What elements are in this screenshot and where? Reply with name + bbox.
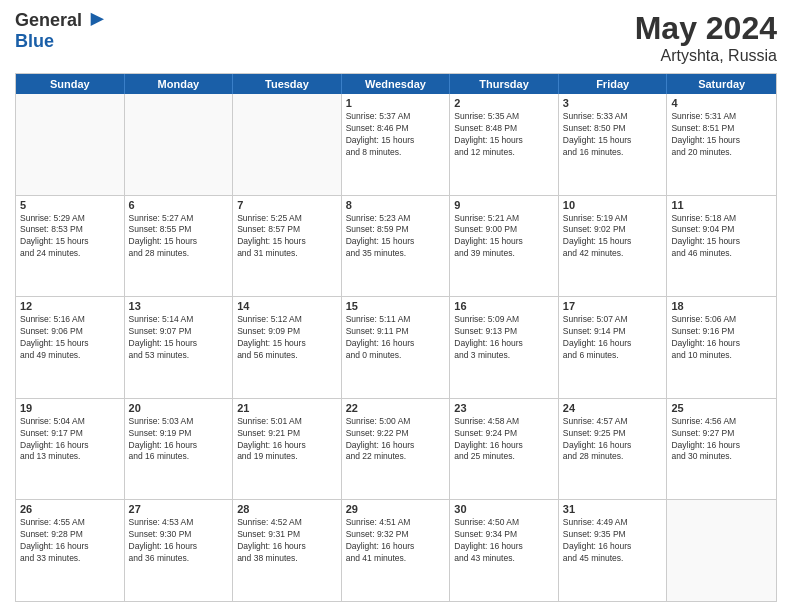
- day-cell-23: 23Sunrise: 4:58 AM Sunset: 9:24 PM Dayli…: [450, 399, 559, 500]
- header-day-wednesday: Wednesday: [342, 74, 451, 94]
- logo-general-text: General: [15, 10, 82, 31]
- calendar-week-5: 26Sunrise: 4:55 AM Sunset: 9:28 PM Dayli…: [16, 499, 776, 601]
- day-info: Sunrise: 4:53 AM Sunset: 9:30 PM Dayligh…: [129, 517, 229, 565]
- calendar-week-4: 19Sunrise: 5:04 AM Sunset: 9:17 PM Dayli…: [16, 398, 776, 500]
- day-number: 22: [346, 402, 446, 414]
- day-info: Sunrise: 5:16 AM Sunset: 9:06 PM Dayligh…: [20, 314, 120, 362]
- day-info: Sunrise: 5:06 AM Sunset: 9:16 PM Dayligh…: [671, 314, 772, 362]
- day-number: 9: [454, 199, 554, 211]
- logo-icon: [84, 11, 104, 31]
- day-cell-22: 22Sunrise: 5:00 AM Sunset: 9:22 PM Dayli…: [342, 399, 451, 500]
- calendar-week-2: 5Sunrise: 5:29 AM Sunset: 8:53 PM Daylig…: [16, 195, 776, 297]
- day-info: Sunrise: 5:00 AM Sunset: 9:22 PM Dayligh…: [346, 416, 446, 464]
- day-cell-2: 2Sunrise: 5:35 AM Sunset: 8:48 PM Daylig…: [450, 94, 559, 195]
- day-cell-7: 7Sunrise: 5:25 AM Sunset: 8:57 PM Daylig…: [233, 196, 342, 297]
- header-day-sunday: Sunday: [16, 74, 125, 94]
- day-number: 16: [454, 300, 554, 312]
- day-info: Sunrise: 5:11 AM Sunset: 9:11 PM Dayligh…: [346, 314, 446, 362]
- day-number: 8: [346, 199, 446, 211]
- calendar-week-3: 12Sunrise: 5:16 AM Sunset: 9:06 PM Dayli…: [16, 296, 776, 398]
- title-block: May 2024 Artyshta, Russia: [635, 10, 777, 65]
- day-number: 2: [454, 97, 554, 109]
- day-number: 5: [20, 199, 120, 211]
- day-number: 6: [129, 199, 229, 211]
- day-cell-9: 9Sunrise: 5:21 AM Sunset: 9:00 PM Daylig…: [450, 196, 559, 297]
- day-number: 12: [20, 300, 120, 312]
- day-cell-30: 30Sunrise: 4:50 AM Sunset: 9:34 PM Dayli…: [450, 500, 559, 601]
- day-number: 31: [563, 503, 663, 515]
- day-info: Sunrise: 4:51 AM Sunset: 9:32 PM Dayligh…: [346, 517, 446, 565]
- day-info: Sunrise: 4:55 AM Sunset: 9:28 PM Dayligh…: [20, 517, 120, 565]
- day-info: Sunrise: 5:18 AM Sunset: 9:04 PM Dayligh…: [671, 213, 772, 261]
- day-cell-empty: [125, 94, 234, 195]
- day-cell-17: 17Sunrise: 5:07 AM Sunset: 9:14 PM Dayli…: [559, 297, 668, 398]
- day-number: 4: [671, 97, 772, 109]
- day-cell-empty: [16, 94, 125, 195]
- day-number: 19: [20, 402, 120, 414]
- day-cell-empty: [667, 500, 776, 601]
- day-info: Sunrise: 5:35 AM Sunset: 8:48 PM Dayligh…: [454, 111, 554, 159]
- day-cell-10: 10Sunrise: 5:19 AM Sunset: 9:02 PM Dayli…: [559, 196, 668, 297]
- day-number: 21: [237, 402, 337, 414]
- day-cell-26: 26Sunrise: 4:55 AM Sunset: 9:28 PM Dayli…: [16, 500, 125, 601]
- calendar-body: 1Sunrise: 5:37 AM Sunset: 8:46 PM Daylig…: [16, 94, 776, 601]
- day-cell-empty: [233, 94, 342, 195]
- page: General Blue May 2024 Artyshta, Russia S…: [0, 0, 792, 612]
- day-cell-31: 31Sunrise: 4:49 AM Sunset: 9:35 PM Dayli…: [559, 500, 668, 601]
- day-cell-27: 27Sunrise: 4:53 AM Sunset: 9:30 PM Dayli…: [125, 500, 234, 601]
- day-cell-14: 14Sunrise: 5:12 AM Sunset: 9:09 PM Dayli…: [233, 297, 342, 398]
- calendar-week-1: 1Sunrise: 5:37 AM Sunset: 8:46 PM Daylig…: [16, 94, 776, 195]
- day-number: 20: [129, 402, 229, 414]
- day-number: 13: [129, 300, 229, 312]
- header: General Blue May 2024 Artyshta, Russia: [15, 10, 777, 65]
- header-day-friday: Friday: [559, 74, 668, 94]
- month-title: May 2024: [635, 10, 777, 47]
- day-cell-16: 16Sunrise: 5:09 AM Sunset: 9:13 PM Dayli…: [450, 297, 559, 398]
- logo: General Blue: [15, 10, 104, 52]
- day-number: 14: [237, 300, 337, 312]
- day-number: 10: [563, 199, 663, 211]
- day-info: Sunrise: 5:07 AM Sunset: 9:14 PM Dayligh…: [563, 314, 663, 362]
- day-cell-13: 13Sunrise: 5:14 AM Sunset: 9:07 PM Dayli…: [125, 297, 234, 398]
- day-info: Sunrise: 5:27 AM Sunset: 8:55 PM Dayligh…: [129, 213, 229, 261]
- day-number: 17: [563, 300, 663, 312]
- day-cell-24: 24Sunrise: 4:57 AM Sunset: 9:25 PM Dayli…: [559, 399, 668, 500]
- day-number: 25: [671, 402, 772, 414]
- day-number: 28: [237, 503, 337, 515]
- day-number: 1: [346, 97, 446, 109]
- calendar-header: SundayMondayTuesdayWednesdayThursdayFrid…: [16, 74, 776, 94]
- calendar: SundayMondayTuesdayWednesdayThursdayFrid…: [15, 73, 777, 602]
- day-info: Sunrise: 5:33 AM Sunset: 8:50 PM Dayligh…: [563, 111, 663, 159]
- location-subtitle: Artyshta, Russia: [635, 47, 777, 65]
- day-cell-1: 1Sunrise: 5:37 AM Sunset: 8:46 PM Daylig…: [342, 94, 451, 195]
- day-cell-25: 25Sunrise: 4:56 AM Sunset: 9:27 PM Dayli…: [667, 399, 776, 500]
- day-cell-28: 28Sunrise: 4:52 AM Sunset: 9:31 PM Dayli…: [233, 500, 342, 601]
- day-cell-15: 15Sunrise: 5:11 AM Sunset: 9:11 PM Dayli…: [342, 297, 451, 398]
- header-day-thursday: Thursday: [450, 74, 559, 94]
- day-cell-5: 5Sunrise: 5:29 AM Sunset: 8:53 PM Daylig…: [16, 196, 125, 297]
- day-info: Sunrise: 5:25 AM Sunset: 8:57 PM Dayligh…: [237, 213, 337, 261]
- day-info: Sunrise: 5:23 AM Sunset: 8:59 PM Dayligh…: [346, 213, 446, 261]
- day-number: 18: [671, 300, 772, 312]
- day-cell-29: 29Sunrise: 4:51 AM Sunset: 9:32 PM Dayli…: [342, 500, 451, 601]
- day-info: Sunrise: 5:14 AM Sunset: 9:07 PM Dayligh…: [129, 314, 229, 362]
- day-number: 23: [454, 402, 554, 414]
- day-cell-3: 3Sunrise: 5:33 AM Sunset: 8:50 PM Daylig…: [559, 94, 668, 195]
- day-number: 24: [563, 402, 663, 414]
- day-cell-4: 4Sunrise: 5:31 AM Sunset: 8:51 PM Daylig…: [667, 94, 776, 195]
- day-info: Sunrise: 5:37 AM Sunset: 8:46 PM Dayligh…: [346, 111, 446, 159]
- day-number: 30: [454, 503, 554, 515]
- day-cell-21: 21Sunrise: 5:01 AM Sunset: 9:21 PM Dayli…: [233, 399, 342, 500]
- day-cell-11: 11Sunrise: 5:18 AM Sunset: 9:04 PM Dayli…: [667, 196, 776, 297]
- logo-blue-text: Blue: [15, 31, 54, 51]
- day-number: 11: [671, 199, 772, 211]
- header-day-monday: Monday: [125, 74, 234, 94]
- day-number: 7: [237, 199, 337, 211]
- day-cell-6: 6Sunrise: 5:27 AM Sunset: 8:55 PM Daylig…: [125, 196, 234, 297]
- day-info: Sunrise: 5:04 AM Sunset: 9:17 PM Dayligh…: [20, 416, 120, 464]
- day-cell-8: 8Sunrise: 5:23 AM Sunset: 8:59 PM Daylig…: [342, 196, 451, 297]
- day-info: Sunrise: 4:49 AM Sunset: 9:35 PM Dayligh…: [563, 517, 663, 565]
- header-day-tuesday: Tuesday: [233, 74, 342, 94]
- day-info: Sunrise: 4:50 AM Sunset: 9:34 PM Dayligh…: [454, 517, 554, 565]
- day-number: 27: [129, 503, 229, 515]
